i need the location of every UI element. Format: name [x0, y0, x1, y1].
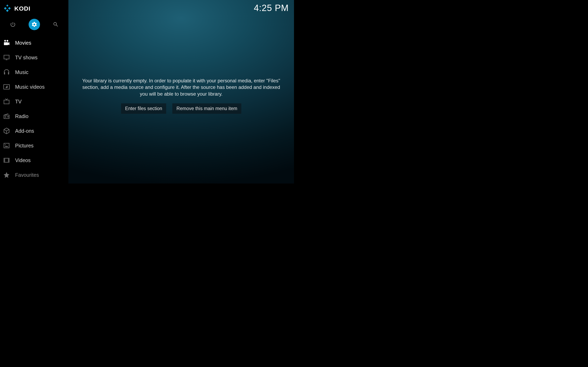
- empty-library-state: Your library is currently empty. In orde…: [82, 77, 280, 114]
- svg-rect-1: [4, 7, 7, 10]
- sidebar: KODI Movies: [0, 0, 68, 184]
- search-icon: [53, 21, 59, 27]
- sidebar-item-pictures[interactable]: Pictures: [0, 138, 68, 153]
- search-button[interactable]: [50, 19, 61, 30]
- music-video-icon: [3, 83, 10, 91]
- sidebar-item-videos[interactable]: Videos: [0, 153, 68, 167]
- remove-menu-item-button[interactable]: Remove this main menu item: [172, 103, 241, 114]
- svg-point-8: [7, 116, 9, 117]
- clock: 4:25 PM: [254, 3, 289, 13]
- svg-rect-2: [8, 7, 11, 10]
- tv-monitor-icon: [3, 54, 10, 61]
- app-root: KODI Movies: [0, 0, 294, 184]
- top-icon-row: [0, 15, 68, 35]
- sidebar-item-movies[interactable]: Movies: [0, 35, 68, 50]
- sidebar-item-music[interactable]: Music: [0, 65, 68, 80]
- kodi-logo-icon: [3, 4, 12, 13]
- brand-name: KODI: [14, 5, 30, 12]
- film-strip-icon: [3, 157, 10, 164]
- svg-rect-0: [6, 4, 8, 7]
- settings-button[interactable]: [29, 19, 40, 30]
- sidebar-item-tv[interactable]: TV: [0, 94, 68, 109]
- nav-menu: Movies TV shows Music Music videos: [0, 35, 68, 182]
- svg-point-5: [7, 40, 8, 42]
- power-icon: [10, 21, 16, 27]
- sidebar-item-label: TV shows: [15, 55, 38, 60]
- enter-files-button[interactable]: Enter files section: [121, 103, 166, 114]
- sidebar-item-addons[interactable]: Add-ons: [0, 124, 68, 138]
- star-icon: [3, 171, 10, 179]
- headphones-icon: [3, 68, 10, 76]
- sidebar-item-favourites[interactable]: Favourites: [0, 167, 68, 182]
- brand: KODI: [0, 0, 68, 15]
- sidebar-item-label: Music videos: [15, 84, 45, 90]
- sidebar-item-radio[interactable]: Radio: [0, 109, 68, 124]
- svg-rect-9: [4, 143, 9, 148]
- main-content: 4:25 PM Your library is currently empty.…: [68, 0, 294, 184]
- sidebar-item-label: Pictures: [15, 143, 34, 149]
- sidebar-item-label: Music: [15, 69, 28, 75]
- sidebar-item-tv-shows[interactable]: TV shows: [0, 50, 68, 65]
- empty-message: Your library is currently empty. In orde…: [82, 77, 280, 97]
- sidebar-item-label: Movies: [15, 40, 31, 46]
- sidebar-item-label: Radio: [15, 113, 28, 119]
- gear-icon: [31, 21, 37, 27]
- radio-icon: [3, 113, 10, 120]
- sidebar-item-label: Add-ons: [15, 128, 34, 134]
- svg-point-10: [5, 144, 6, 145]
- empty-buttons-row: Enter files section Remove this main men…: [82, 103, 280, 114]
- movie-camera-icon: [3, 39, 10, 47]
- svg-rect-3: [6, 9, 9, 12]
- sidebar-item-label: Favourites: [15, 172, 39, 178]
- sidebar-item-music-videos[interactable]: Music videos: [0, 80, 68, 94]
- picture-frame-icon: [3, 142, 10, 149]
- sidebar-item-label: Videos: [15, 157, 31, 163]
- power-button[interactable]: [7, 19, 18, 30]
- svg-rect-7: [4, 100, 9, 104]
- live-tv-icon: [3, 98, 10, 105]
- sidebar-item-label: TV: [15, 99, 22, 105]
- svg-point-4: [4, 40, 6, 42]
- addons-box-icon: [3, 127, 10, 134]
